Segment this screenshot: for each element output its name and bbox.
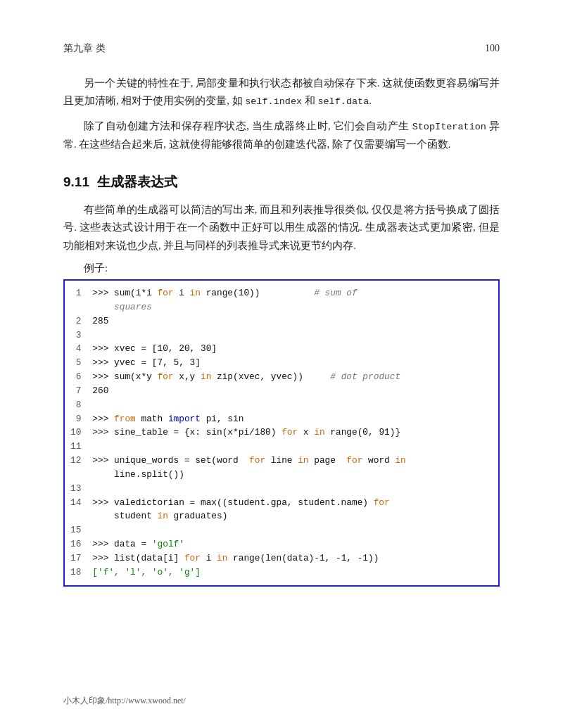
code-line-3 <box>92 328 491 343</box>
line-numbers: 1 2 3 4 5 6 7 8 9 10 11 12 13 14 15 16 1… <box>65 286 85 579</box>
section-name: 生成器表达式 <box>97 174 177 189</box>
code-block: 1 2 3 4 5 6 7 8 9 10 11 12 13 14 15 16 1… <box>63 279 500 586</box>
code-line-14: >>> valedictorian = max((student.gpa, st… <box>92 496 491 510</box>
paragraph-2: 除了自动创建方法和保存程序状态, 当生成器终止时, 它们会自动产生 StopIt… <box>63 117 500 153</box>
code-line-17: >>> list(data[i] for i in range(len(data… <box>92 551 491 566</box>
code-line-14b: student in graduates) <box>92 509 491 523</box>
code-line-11 <box>92 440 491 454</box>
section-title: 9.11 生成器表达式 <box>63 173 500 191</box>
code-line-12b: line.split()) <box>92 468 491 482</box>
code-line-13 <box>92 482 491 496</box>
footer-text: 小木人印象/http://www.xwood.net/ <box>63 696 186 705</box>
code-content: >>> sum(i*i for i in range(10)) # sum of… <box>85 286 498 579</box>
code-line-4: >>> xvec = [10, 20, 30] <box>92 342 491 356</box>
section-paragraph: 有些简单的生成器可以简洁的写出来, 而且和列表推导很类似, 仅仅是将方括号换成了… <box>63 201 500 255</box>
code-line-5: >>> yvec = [7, 5, 3] <box>92 356 491 370</box>
page: 第九章 类 100 另一个关键的特性在于, 局部变量和执行状态都被自动保存下来.… <box>0 0 563 728</box>
code-line-16: >>> data = 'golf' <box>92 537 491 551</box>
footer: 小木人印象/http://www.xwood.net/ <box>63 695 186 707</box>
code-line-9: >>> from math import pi, sin <box>92 412 491 426</box>
page-number: 100 <box>485 43 500 54</box>
code-line-15 <box>92 523 491 537</box>
code-line-2: 285 <box>92 314 491 328</box>
chapter-label: 第九章 类 <box>63 42 106 55</box>
code-line-8 <box>92 398 491 412</box>
section-number: 9.11 <box>63 174 89 189</box>
paragraph-1: 另一个关键的特性在于, 局部变量和执行状态都被自动保存下来. 这就使函数更容易编… <box>63 75 500 110</box>
code-line-7: 260 <box>92 384 491 398</box>
code-line-12: >>> unique_words = set(word for line in … <box>92 454 491 468</box>
code-line-18: ['f', 'l', 'o', 'g'] <box>92 566 491 580</box>
code-line-1b: squares <box>92 300 491 314</box>
code-line-1: >>> sum(i*i for i in range(10)) # sum of <box>92 286 491 300</box>
page-header: 第九章 类 100 <box>63 42 500 55</box>
example-label: 例子: <box>63 262 500 275</box>
code-line-10: >>> sine_table = {x: sin(x*pi/180) for x… <box>92 426 491 440</box>
code-line-6: >>> sum(x*y for x,y in zip(xvec, yvec)) … <box>92 370 491 384</box>
